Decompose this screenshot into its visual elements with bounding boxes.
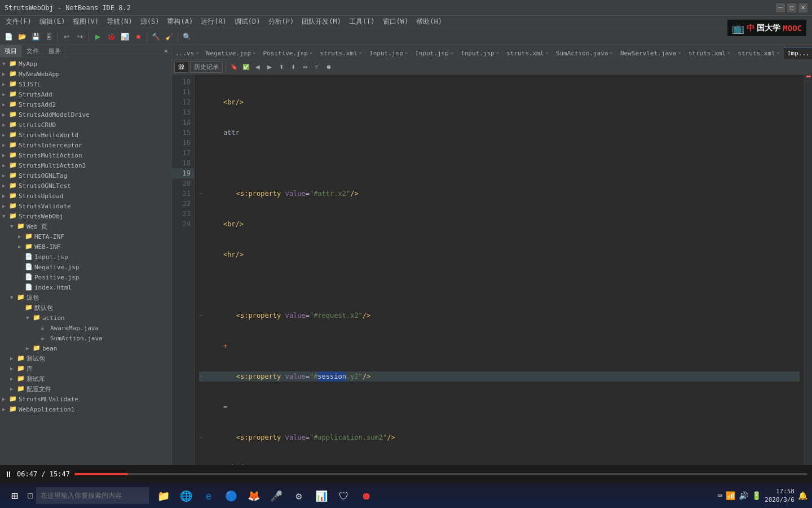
editor-tab-positive[interactable]: Positive.jsp✕ bbox=[259, 47, 316, 59]
tree-item-web-页[interactable]: ▼📁Web 页 bbox=[0, 221, 171, 231]
run-project-button[interactable]: ▶ bbox=[91, 30, 104, 43]
tree-item-strutswebobj[interactable]: ▼📁StrutsWebObj bbox=[0, 211, 171, 221]
new-project-button[interactable]: 📄 bbox=[2, 30, 15, 43]
open-project-button[interactable]: 📂 bbox=[16, 30, 28, 43]
close-button[interactable]: ✕ bbox=[798, 3, 807, 12]
source-tab[interactable]: 源 bbox=[174, 61, 188, 73]
editor-tab-struts4[interactable]: struts.xml✕ bbox=[734, 47, 784, 59]
editor-tab-input2[interactable]: Input.jsp✕ bbox=[412, 47, 457, 59]
build-button[interactable]: 🔨 bbox=[149, 30, 162, 43]
tree-item-action[interactable]: ▼📁action bbox=[0, 313, 171, 323]
menu-debug[interactable]: 调试(D) bbox=[231, 16, 264, 28]
menu-team[interactable]: 团队开发(M) bbox=[298, 16, 345, 28]
debug-project-button[interactable]: 🐞 bbox=[105, 30, 117, 43]
next-occurrence-button[interactable]: ▶ bbox=[264, 62, 275, 72]
minimize-button[interactable]: ─ bbox=[776, 3, 785, 12]
history-tab[interactable]: 历史记录 bbox=[190, 61, 223, 73]
stop-button[interactable]: ■ bbox=[132, 30, 144, 43]
maximize-button[interactable]: □ bbox=[787, 3, 796, 12]
next-error-button[interactable]: ⬇ bbox=[288, 62, 298, 72]
tree-item-bean[interactable]: ▶📁bean bbox=[0, 343, 171, 353]
tree-item-源包[interactable]: ▼📁源包 bbox=[0, 292, 171, 303]
menu-run[interactable]: 运行(R) bbox=[197, 16, 230, 28]
toggle-bookmarks-button[interactable]: 🔖 bbox=[229, 62, 239, 72]
taskbar-app-mic[interactable]: 🎤 bbox=[266, 485, 286, 506]
editor-tab-negative[interactable]: Negative.jsp✕ bbox=[203, 47, 260, 59]
prev-occurrence-button[interactable]: ◀ bbox=[253, 62, 263, 72]
menu-source[interactable]: 源(S) bbox=[137, 16, 163, 28]
tab-projects[interactable]: 项目 bbox=[0, 45, 22, 57]
menu-file[interactable]: 文件(F) bbox=[2, 16, 35, 28]
tree-item-web-inf[interactable]: ▶📁WEB-INF bbox=[0, 242, 171, 252]
menu-help[interactable]: 帮助(H) bbox=[413, 16, 445, 28]
undo-button[interactable]: ↩ bbox=[60, 30, 73, 43]
taskbar-app-ppt[interactable]: 📊 bbox=[311, 485, 332, 506]
tree-item-strutsmlvalidate[interactable]: ▶📁StrutsMLValidate bbox=[0, 394, 171, 404]
code-content[interactable]: <br/> attr − <s:property value="#attr.x2… bbox=[195, 75, 804, 476]
code-editor[interactable]: 10 11 12 13 14 15 16 17 18 19 20 21 22 2… bbox=[172, 75, 812, 476]
editor-tab-sumaction[interactable]: SumAction.java✕ bbox=[553, 47, 617, 59]
tab-files[interactable]: 文件 bbox=[22, 45, 44, 57]
tree-item-s1jstl[interactable]: ▶📁S1JSTL bbox=[0, 79, 171, 89]
editor-tab-struts1[interactable]: struts.xml✕ bbox=[316, 47, 366, 59]
prev-error-button[interactable]: ⬆ bbox=[276, 62, 286, 72]
tree-item-negative.jsp[interactable]: 📄Negative.jsp bbox=[0, 262, 171, 272]
profile-project-button[interactable]: 📊 bbox=[118, 30, 131, 43]
toggle-tasks-button[interactable]: ✅ bbox=[241, 62, 251, 72]
tree-item-index.html[interactable]: 📄index.html bbox=[0, 282, 171, 292]
tree-item-strutsognltag[interactable]: ▶📁StrutsOGNLTag bbox=[0, 170, 171, 181]
tree-item-strutscrud[interactable]: ▶📁strutsCRUD bbox=[0, 120, 171, 130]
start-button[interactable]: ⊞ bbox=[5, 485, 25, 506]
tree-item-strutsaddmodeldrive[interactable]: ▶📁StrutsAddModelDrive bbox=[0, 110, 171, 120]
menu-profile[interactable]: 分析(P) bbox=[265, 16, 298, 28]
taskbar-app-rec[interactable]: ⏺ bbox=[356, 485, 377, 506]
tree-item-myapp[interactable]: ▼📁MyApp bbox=[0, 59, 171, 69]
editor-tab-newservlet[interactable]: NewServlet.java✕ bbox=[617, 47, 685, 59]
editor-tab-imp[interactable]: Imp...✕ bbox=[784, 47, 812, 59]
taskbar-app-security[interactable]: 🛡 bbox=[334, 485, 354, 506]
tree-item-strutsmultiaction[interactable]: ▶📁StrutsMultiAction bbox=[0, 150, 171, 160]
tree-item-strutsadd2[interactable]: ▶📁StrutsAdd2 bbox=[0, 99, 171, 110]
menu-navigate[interactable]: 导航(N) bbox=[103, 16, 136, 28]
search-button[interactable]: 🔍 bbox=[180, 30, 193, 43]
save-button[interactable]: 💾 bbox=[29, 30, 42, 43]
editor-tab-struts2[interactable]: struts.xml✕ bbox=[503, 47, 553, 59]
taskview-button[interactable]: ⊡ bbox=[27, 491, 34, 500]
menu-refactor[interactable]: 重构(A) bbox=[164, 16, 196, 28]
tree-item-默认包[interactable]: 📁默认包 bbox=[0, 303, 171, 313]
tree-item-测试包[interactable]: ▶📁测试包 bbox=[0, 353, 171, 364]
notification-icon[interactable]: 🔔 bbox=[798, 491, 807, 500]
menu-tools[interactable]: 工具(T) bbox=[346, 16, 378, 28]
taskbar-app-edge[interactable]: e bbox=[198, 485, 219, 506]
tree-item-strutsvalidate[interactable]: ▶📁StrutsValidate bbox=[0, 201, 171, 211]
menu-window[interactable]: 窗口(W) bbox=[379, 16, 412, 28]
left-panel-close[interactable]: ✕ bbox=[161, 45, 171, 57]
toggle-diff-button[interactable]: ⇔ bbox=[300, 62, 310, 72]
save-all-button[interactable]: 🗄 bbox=[43, 30, 55, 43]
editor-tab-struts3[interactable]: struts.xml✕ bbox=[685, 47, 735, 59]
tree-item-strutsadd[interactable]: ▶📁StrutsAdd bbox=[0, 89, 171, 99]
tree-item-配置文件[interactable]: ▶📁配置文件 bbox=[0, 384, 171, 394]
menu-edit[interactable]: 编辑(E) bbox=[36, 16, 69, 28]
tree-item-strutshelloworld[interactable]: ▶📁StrutsHelloWorld bbox=[0, 130, 171, 140]
tab-services[interactable]: 服务 bbox=[44, 45, 66, 57]
taskbar-app-settings[interactable]: ⚙ bbox=[289, 485, 309, 506]
tree-item-positive.jsp[interactable]: 📄Positive.jsp bbox=[0, 272, 171, 282]
progress-bar[interactable] bbox=[74, 473, 807, 475]
tree-item-strutsinterceptor[interactable]: ▶📁StrutsInterceptor bbox=[0, 140, 171, 150]
taskbar-app-chrome[interactable]: 🔵 bbox=[221, 485, 241, 506]
record-macro-button[interactable]: ⏺ bbox=[324, 62, 334, 72]
tree-item-库[interactable]: ▶📁库 bbox=[0, 364, 171, 374]
tree-item-sumaction.java[interactable]: ☕SumAction.java bbox=[0, 333, 171, 343]
pause-button[interactable]: ⏸ bbox=[5, 470, 12, 479]
tree-item-测试库[interactable]: ▶📁测试库 bbox=[0, 374, 171, 384]
tree-item-webapplication1[interactable]: ▶📁WebApplication1 bbox=[0, 404, 171, 414]
taskbar-search[interactable] bbox=[36, 487, 149, 504]
tree-item-strutsmultiaction3[interactable]: ▶📁StrutsMultiAction3 bbox=[0, 160, 171, 170]
editor-tab-vs[interactable]: ...vs✕ bbox=[172, 47, 203, 59]
editor-tab-input3[interactable]: Input.jsp✕ bbox=[457, 47, 503, 59]
format-button[interactable]: ≡ bbox=[312, 62, 322, 72]
tree-item-strutsognltest[interactable]: ▶📁StrutsOGNLTest bbox=[0, 181, 171, 191]
taskbar-app-browser[interactable]: 🌐 bbox=[176, 485, 196, 506]
redo-button[interactable]: ↪ bbox=[74, 30, 86, 43]
